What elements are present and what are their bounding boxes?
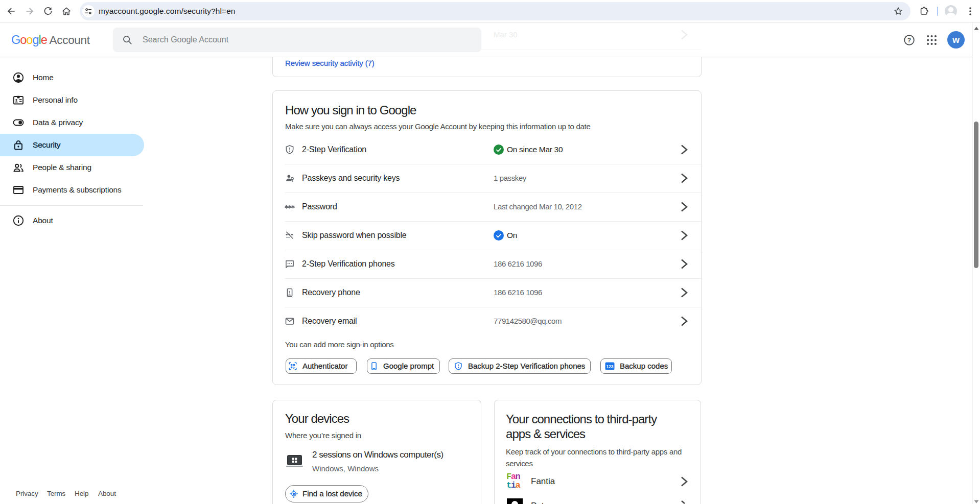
svg-text:?: ? <box>907 37 911 44</box>
svg-text:123: 123 <box>606 364 613 369</box>
